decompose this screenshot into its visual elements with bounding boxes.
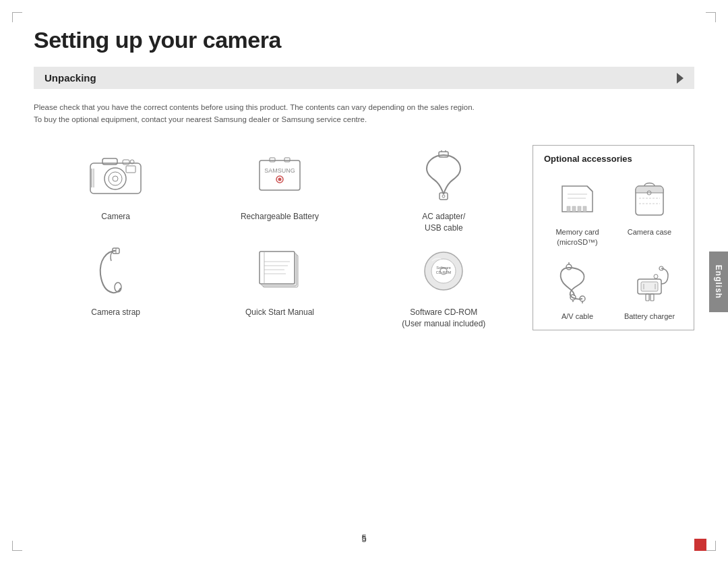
- optional-accessories-box: Optional accessories: [533, 145, 694, 330]
- list-item: Software CD-ROM Software CD-ROM(User man…: [362, 241, 526, 330]
- svg-text:Software: Software: [436, 266, 451, 270]
- page-title: Setting up your camera: [34, 27, 694, 53]
- corner-mark-tl: [12, 12, 22, 22]
- arrow-icon: [677, 73, 684, 84]
- svg-rect-15: [284, 158, 290, 162]
- camera-strap-label: Camera strap: [91, 307, 140, 318]
- svg-rect-10: [260, 160, 300, 190]
- main-content: Setting up your camera Unpacking Please …: [34, 27, 694, 529]
- list-item: Battery charger: [616, 259, 683, 322]
- list-item: Camera case: [616, 175, 683, 248]
- items-area: Camera SAMSUNG: [34, 145, 694, 330]
- svg-point-20: [442, 195, 445, 198]
- corner-mark-tr: [706, 12, 716, 22]
- ac-adapter-label: AC adapter/USB cable: [422, 211, 465, 234]
- svg-point-1: [104, 168, 126, 189]
- description-line2: To buy the optional equipment, contact y…: [34, 115, 367, 123]
- svg-rect-26: [260, 251, 295, 284]
- av-cable-label: A/V cable: [562, 312, 593, 322]
- svg-rect-42: [578, 206, 581, 212]
- list-item: A/V cable: [544, 259, 611, 322]
- rechargeable-battery-label: Rechargeable Battery: [241, 211, 319, 223]
- camera-strap-icon: [82, 241, 150, 301]
- corner-mark-bl: [12, 541, 22, 551]
- memory-card-label: Memory card(microSD™): [555, 227, 599, 248]
- section-header: Unpacking: [34, 67, 694, 89]
- list-item: Quick Start Manual: [198, 241, 361, 330]
- svg-point-13: [278, 177, 281, 181]
- page-number-display: 5: [361, 533, 366, 543]
- list-item: SAMSUNG Rechargeable Battery: [198, 145, 361, 235]
- svg-rect-41: [572, 206, 576, 212]
- quick-start-manual-label: Quick Start Manual: [245, 307, 314, 318]
- list-item: Camera: [34, 145, 198, 235]
- camera-icon: [82, 145, 150, 206]
- camera-label: Camera: [101, 211, 130, 223]
- svg-rect-5: [123, 160, 129, 165]
- quick-start-manual-icon: [246, 241, 313, 301]
- list-item: Camera strap: [34, 241, 198, 330]
- description-line1: Please check that you have the correct c…: [34, 103, 475, 111]
- ac-adapter-icon: [410, 145, 477, 206]
- svg-rect-40: [567, 206, 570, 212]
- battery-charger-icon: [623, 259, 677, 306]
- svg-point-3: [113, 176, 118, 181]
- section-header-title: Unpacking: [44, 72, 96, 84]
- english-tab: English: [709, 251, 728, 312]
- av-cable-icon: [551, 259, 605, 306]
- english-tab-label: English: [714, 264, 723, 298]
- description: Please check that you have the correct c…: [34, 101, 506, 126]
- svg-point-23: [115, 283, 121, 292]
- corner-mark-br: [706, 541, 716, 551]
- svg-rect-57: [650, 294, 654, 301]
- svg-point-45: [566, 264, 572, 270]
- svg-point-55: [654, 274, 658, 278]
- svg-rect-56: [646, 294, 649, 301]
- battery-charger-label: Battery charger: [624, 312, 675, 322]
- svg-text:CD-ROM: CD-ROM: [436, 270, 452, 274]
- svg-rect-14: [270, 158, 275, 162]
- svg-rect-9: [126, 166, 135, 173]
- memory-card-icon: [551, 175, 605, 222]
- red-accent-mark: [694, 539, 706, 551]
- main-items-grid: Camera SAMSUNG: [34, 145, 526, 330]
- svg-line-37: [587, 186, 593, 191]
- list-item: AC adapter/USB cable: [362, 145, 526, 235]
- svg-point-2: [109, 172, 122, 185]
- camera-case-icon: [623, 175, 677, 222]
- page: English 5 Setting up your camera Unpacki…: [0, 0, 728, 563]
- software-cd-rom-icon: Software CD-ROM: [410, 241, 477, 301]
- software-cd-rom-label: Software CD-ROM(User manual included): [402, 307, 485, 330]
- optional-accessories-title: Optional accessories: [544, 154, 683, 164]
- svg-rect-43: [583, 206, 586, 212]
- rechargeable-battery-icon: SAMSUNG: [246, 145, 313, 206]
- optional-accessories-grid: Memory card(microSD™): [544, 175, 683, 322]
- camera-case-label: Camera case: [628, 227, 671, 237]
- svg-text:SAMSUNG: SAMSUNG: [264, 167, 295, 174]
- list-item: Memory card(microSD™): [544, 175, 611, 248]
